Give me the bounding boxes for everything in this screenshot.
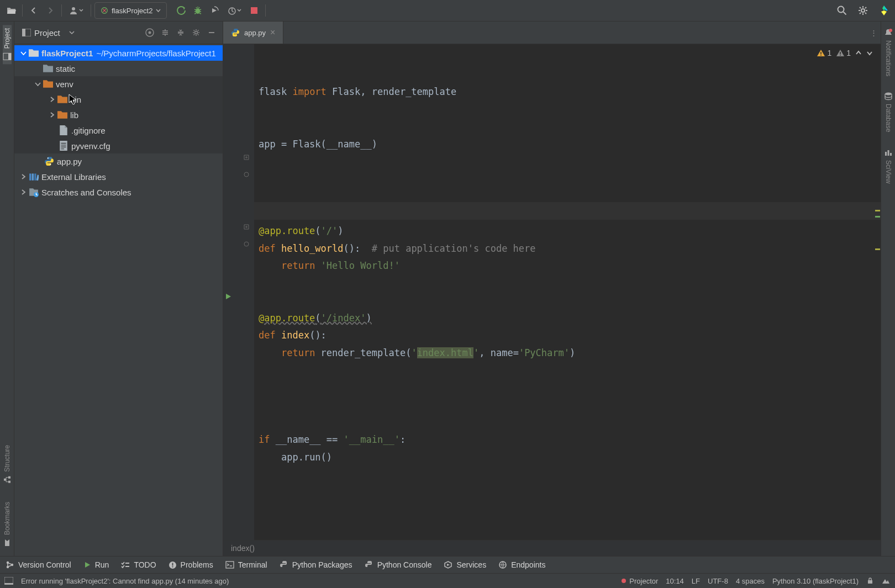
tree-root-node[interactable]: flaskProject1 ~/PycharmProjects/flaskPro… [14,45,223,61]
status-interpreter[interactable]: Python 3.10 (flaskProject1) [772,577,859,585]
file-tab[interactable]: app.py × [223,22,283,44]
project-header: Project [14,22,223,44]
tree-node-apppy[interactable]: app.py [14,153,223,169]
tree-node-bin[interactable]: bin [14,92,223,107]
python-console-toolwindow-button[interactable]: Python Console [365,560,432,569]
svg-point-15 [149,31,151,34]
project-settings-button[interactable] [189,26,203,39]
gutter-run-icon[interactable] [224,292,233,301]
collapse-all-button[interactable] [174,26,187,39]
project-toolwindow: Project flaskProject1 ~/PycharmProjects/… [14,22,223,556]
search-everywhere-button[interactable] [834,3,850,18]
status-line-sep[interactable]: LF [692,577,700,585]
ide-logo-button[interactable] [876,3,892,18]
svg-rect-33 [887,150,889,156]
open-button[interactable] [3,3,19,18]
svg-rect-13 [22,29,25,36]
inspection-widget[interactable]: 1 1 [817,49,873,57]
tree-node-pyvenv[interactable]: pyvenv.cfg [14,138,223,153]
gutter-method-icon[interactable] [242,153,251,162]
gutter-return-icon[interactable] [242,240,251,248]
gutter-method-icon[interactable] [242,223,251,231]
status-caret[interactable]: 10:14 [666,577,684,585]
status-indent[interactable]: 4 spaces [736,577,765,585]
left-toolwindow-bar: Project Structure Bookmarks [0,22,14,556]
python-file-icon [231,28,240,37]
terminal-toolwindow-button[interactable]: Terminal [225,560,267,569]
nav-back-button[interactable] [26,3,41,18]
ide-errors-icon[interactable] [882,577,891,585]
services-toolwindow-button[interactable]: Services [444,560,486,569]
run-toolwindow-button[interactable]: Run [83,560,109,569]
error-stripe[interactable] [874,44,881,540]
tree-node-static[interactable]: static [14,61,223,76]
lock-icon[interactable] [866,577,874,585]
main-toolbar: flaskProject2 [0,0,895,22]
svg-rect-9 [8,481,10,483]
tree-node-gitignore[interactable]: .gitignore [14,123,223,138]
warning-icon [817,49,825,57]
python-file-icon [44,156,54,166]
select-opened-file-button[interactable] [143,26,156,39]
project-view-selector[interactable]: Project [19,27,78,39]
vcs-account-button[interactable] [65,3,87,18]
status-message[interactable]: Error running 'flaskProject2': Cannot fi… [21,577,229,585]
todo-toolwindow-button[interactable]: TODO [121,560,156,569]
problems-toolwindow-button[interactable]: Problems [169,560,213,569]
library-icon [29,172,39,182]
close-tab-button[interactable]: × [270,28,275,38]
vcs-toolwindow-button[interactable]: Version Control [6,560,71,569]
run-config-selector[interactable]: flaskProject2 [94,2,167,19]
editor-tabs: app.py × ⋮ [223,22,881,44]
sciview-toolwindow-button[interactable]: SciView [884,145,893,187]
toolwindows-toggle-icon[interactable] [4,577,13,585]
svg-rect-24 [821,52,822,54]
hide-toolwindow-button[interactable] [205,26,218,39]
expand-all-button[interactable] [159,26,172,39]
svg-rect-21 [34,173,36,180]
stop-button[interactable] [246,3,262,18]
nav-forward-button[interactable] [43,3,58,18]
tree-node-venv[interactable]: venv [14,76,223,92]
database-toolwindow-button[interactable]: Database [884,88,893,135]
prev-highlight-button[interactable] [855,50,862,56]
tree-node-scratches[interactable]: Scratches and Consoles [14,184,223,200]
tab-list-button[interactable]: ⋮ [866,22,881,44]
gutter-return-icon[interactable] [242,170,251,179]
run-coverage-button[interactable] [207,3,222,18]
bottom-toolwindow-bar: Version Control Run TODO Problems Termin… [0,556,895,573]
settings-button[interactable] [855,3,871,18]
notifications-toolwindow-button[interactable]: Notifications [884,25,893,80]
bookmarks-toolwindow-button[interactable]: Bookmarks [3,499,12,550]
right-toolwindow-bar: Notifications Database SciView [881,22,895,556]
profile-button[interactable] [223,3,245,18]
svg-rect-40 [172,566,173,567]
code-area[interactable]: flask import Flask, render_template app … [254,44,881,540]
svg-point-28 [244,172,249,177]
tree-node-lib[interactable]: lib [14,107,223,123]
folder-icon [43,63,53,73]
next-highlight-button[interactable] [866,50,873,56]
endpoints-toolwindow-button[interactable]: Endpoints [498,560,545,569]
svg-rect-8 [8,53,11,60]
code-editor[interactable]: 1 1 flask import Flask, render_template … [223,44,881,540]
editor-breadcrumbs[interactable]: index() [223,540,881,556]
svg-point-6 [861,9,865,12]
editor-gutter[interactable] [223,44,254,540]
project-tree[interactable]: flaskProject1 ~/PycharmProjects/flaskPro… [14,44,223,556]
rerun-flask-button[interactable] [173,3,189,18]
svg-rect-20 [32,173,34,180]
svg-point-29 [244,242,249,246]
status-encoding[interactable]: UTF-8 [708,577,728,585]
structure-toolwindow-button[interactable]: Structure [3,442,12,488]
tree-node-external-libs[interactable]: External Libraries [14,169,223,184]
status-projector[interactable]: Projector [622,577,658,585]
svg-rect-19 [29,173,31,180]
svg-rect-34 [890,153,892,156]
packages-toolwindow-button[interactable]: Python Packages [280,560,352,569]
folder-icon [57,110,67,120]
debug-button[interactable] [190,3,206,18]
project-toolwindow-button[interactable]: Project [3,25,12,64]
folder-icon [29,48,39,58]
svg-rect-44 [4,583,13,585]
